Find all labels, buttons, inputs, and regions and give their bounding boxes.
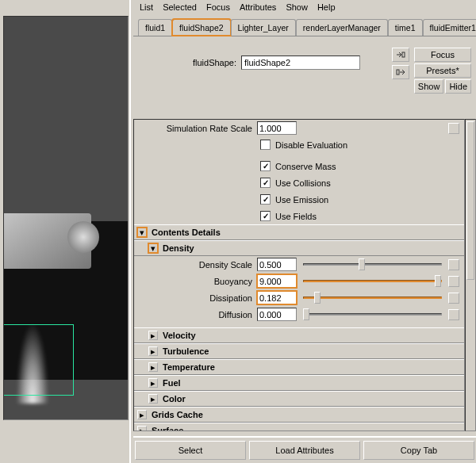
menu-attributes[interactable]: Attributes xyxy=(240,2,276,13)
menubar: List Selected Focus Attributes Show Help xyxy=(133,0,476,16)
diffusion-input[interactable] xyxy=(257,308,297,321)
dissipation-slider[interactable] xyxy=(303,291,442,304)
section-turbulence[interactable]: ▸ Turbulence xyxy=(134,343,464,359)
hide-button[interactable]: Hide xyxy=(445,79,471,94)
menu-help[interactable]: Help xyxy=(317,2,336,13)
viewport-panel xyxy=(0,0,131,463)
menu-show[interactable]: Show xyxy=(286,2,308,13)
show-button[interactable]: Show xyxy=(414,79,444,94)
conserve-mass-checkbox[interactable] xyxy=(260,161,271,171)
menu-list[interactable]: List xyxy=(140,2,153,13)
chevron-right-icon[interactable]: ▸ xyxy=(148,331,158,340)
sim-rate-label: Simulation Rate Scale xyxy=(134,124,257,133)
svg-rect-1 xyxy=(397,70,399,75)
node-name-label: fluidShape: xyxy=(138,58,241,67)
chevron-right-icon[interactable]: ▸ xyxy=(148,362,158,372)
density-scale-slider[interactable] xyxy=(303,258,442,271)
disable-eval-checkbox[interactable] xyxy=(260,140,271,150)
section-color[interactable]: ▸ Color xyxy=(134,391,464,407)
density-scale-lock-icon[interactable] xyxy=(448,259,459,270)
chevron-down-icon[interactable]: ▾ xyxy=(148,243,158,253)
focus-button[interactable]: Focus xyxy=(414,48,471,62)
buoyancy-input[interactable] xyxy=(257,274,297,288)
section-contents-details[interactable]: ▾ Contents Details xyxy=(134,224,464,240)
sim-rate-input[interactable] xyxy=(257,121,297,135)
vertical-scrollbar[interactable] xyxy=(465,119,476,431)
select-button[interactable]: Select xyxy=(135,441,246,460)
svg-rect-0 xyxy=(402,52,405,57)
viewport-3d[interactable] xyxy=(3,16,129,420)
section-surface[interactable]: ▸ Surface xyxy=(134,423,464,431)
use-collisions-checkbox[interactable] xyxy=(260,178,271,188)
tab-fluid1[interactable]: fluid1 xyxy=(138,19,172,36)
diffusion-slider[interactable] xyxy=(303,308,442,321)
use-fields-label: Use Fields xyxy=(275,212,317,221)
dissipation-label: Dissipation xyxy=(134,293,257,303)
fluid-container-gizmo[interactable] xyxy=(3,324,74,396)
use-collisions-label: Use Collisions xyxy=(275,178,331,188)
tab-fluidshape2[interactable]: fluidShape2 xyxy=(172,19,230,36)
conserve-mass-label: Conserve Mass xyxy=(275,162,336,171)
sim-rate-lock-icon[interactable] xyxy=(448,123,459,134)
bottom-button-bar: Select Load Attributes Copy Tab xyxy=(133,436,476,463)
use-emission-checkbox[interactable] xyxy=(260,194,271,205)
dissipation-lock-icon[interactable] xyxy=(448,293,459,304)
attribute-scroll-area: Simulation Rate Scale Disable Evaluation… xyxy=(133,119,465,431)
menu-selected[interactable]: Selected xyxy=(163,2,197,13)
section-fuel[interactable]: ▸ Fuel xyxy=(134,375,464,391)
tab-renderlayermanager[interactable]: renderLayerManager xyxy=(296,19,388,36)
node-tabs: fluid1 fluidShape2 Lighter_Layer renderL… xyxy=(133,16,476,36)
node-header: fluidShape: Focus Presets* Show Hide xyxy=(133,36,476,101)
section-grids-cache[interactable]: ▸ Grids Cache xyxy=(134,407,464,423)
section-density[interactable]: ▾ Density xyxy=(134,240,464,256)
chevron-right-icon[interactable]: ▸ xyxy=(148,378,158,388)
density-scale-label: Density Scale xyxy=(134,260,257,270)
section-velocity[interactable]: ▸ Velocity xyxy=(134,327,464,343)
tab-lighter-layer[interactable]: Lighter_Layer xyxy=(231,19,296,36)
density-scale-input[interactable] xyxy=(257,258,297,271)
go-to-output-icon[interactable] xyxy=(392,65,409,79)
tab-time1[interactable]: time1 xyxy=(388,19,423,36)
tab-fluidemitter1[interactable]: fluidEmitter1 xyxy=(423,19,476,36)
chevron-down-icon[interactable]: ▾ xyxy=(137,228,147,237)
chevron-right-icon[interactable]: ▸ xyxy=(148,346,158,356)
buoyancy-label: Buoyancy xyxy=(134,277,257,286)
node-name-input[interactable] xyxy=(241,55,360,70)
load-attributes-button[interactable]: Load Attributes xyxy=(249,441,360,460)
chevron-right-icon[interactable]: ▸ xyxy=(137,426,147,431)
copy-tab-button[interactable]: Copy Tab xyxy=(363,441,474,460)
disable-eval-label: Disable Evaluation xyxy=(275,140,347,150)
attribute-editor: List Selected Focus Attributes Show Help… xyxy=(133,0,476,463)
buoyancy-lock-icon[interactable] xyxy=(448,276,459,287)
section-temperature[interactable]: ▸ Temperature xyxy=(134,359,464,375)
go-to-input-icon[interactable] xyxy=(392,48,409,62)
dissipation-input[interactable] xyxy=(257,291,297,304)
diffusion-label: Diffusion xyxy=(134,310,257,320)
menu-focus[interactable]: Focus xyxy=(206,2,230,13)
buoyancy-slider[interactable] xyxy=(303,274,442,288)
use-fields-checkbox[interactable] xyxy=(260,211,271,221)
chevron-right-icon[interactable]: ▸ xyxy=(137,410,147,419)
diffusion-lock-icon[interactable] xyxy=(448,309,459,320)
use-emission-label: Use Emission xyxy=(275,195,328,205)
presets-button[interactable]: Presets* xyxy=(414,63,471,78)
chevron-right-icon[interactable]: ▸ xyxy=(148,394,158,404)
